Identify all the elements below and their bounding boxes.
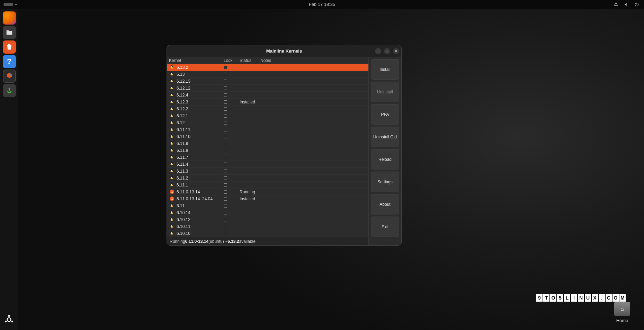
- kernel-row[interactable]: 6.13.2: [167, 64, 368, 71]
- lock-checkbox[interactable]: [224, 73, 227, 76]
- lock-checkbox[interactable]: [224, 211, 227, 214]
- dock-app-mainline[interactable]: [3, 70, 16, 83]
- lock-checkbox[interactable]: [224, 66, 227, 69]
- kernel-row[interactable]: 6.13: [167, 71, 368, 78]
- tux-icon: [170, 127, 174, 132]
- kernel-row[interactable]: 6.10.10: [167, 230, 368, 237]
- kernel-row[interactable]: 6.10.12: [167, 216, 368, 223]
- kernel-row[interactable]: 6.11.11: [167, 126, 368, 133]
- kernel-row[interactable]: 6.12.3Installed: [167, 99, 368, 106]
- lock-checkbox[interactable]: [224, 204, 227, 208]
- reload-button[interactable]: Reload: [371, 149, 399, 169]
- window-close-button[interactable]: ✕: [393, 48, 399, 54]
- kernel-row[interactable]: 6.12.13: [167, 78, 368, 85]
- header-kernel[interactable]: Kernel: [169, 58, 224, 63]
- svg-point-32: [171, 121, 172, 123]
- tux-icon: [170, 79, 174, 84]
- kernel-row[interactable]: 6.11.7: [167, 154, 368, 161]
- window-minimize-button[interactable]: ─: [375, 48, 381, 54]
- system-tray[interactable]: [614, 2, 639, 7]
- kernel-row[interactable]: 6.11.0-13.14Running: [167, 189, 368, 195]
- dock-app-firefox[interactable]: [3, 11, 16, 25]
- window-maximize-button[interactable]: ▫: [384, 48, 390, 54]
- lock-checkbox[interactable]: [224, 93, 227, 97]
- dock-app-files[interactable]: [3, 26, 16, 39]
- svg-point-17: [171, 87, 172, 88]
- dock-app-software[interactable]: [3, 40, 16, 54]
- settings-button[interactable]: Settings: [371, 172, 399, 192]
- show-apps[interactable]: [3, 314, 15, 325]
- lock-checkbox[interactable]: [224, 190, 227, 194]
- exit-button[interactable]: Exit: [371, 217, 399, 237]
- kernel-status: Installed: [240, 100, 260, 104]
- uninstall-old-button[interactable]: Uninstall Old: [371, 127, 399, 147]
- lock-checkbox[interactable]: [224, 183, 227, 187]
- tux-icon: [170, 65, 174, 70]
- kernel-row[interactable]: 6.10.11: [167, 223, 368, 230]
- kernel-row[interactable]: 6.12.12: [167, 85, 368, 92]
- watermark-char: .: [598, 294, 605, 302]
- kernel-row[interactable]: 6.11.3: [167, 168, 368, 175]
- lock-checkbox[interactable]: [224, 232, 227, 235]
- kernel-name: 6.11.4: [177, 162, 224, 167]
- desktop-icon-home[interactable]: ⌂ Home: [614, 302, 630, 323]
- activities-pill[interactable]: [3, 3, 13, 6]
- lock-checkbox[interactable]: [224, 135, 227, 138]
- top-bar: Feb 17 18:35: [0, 0, 644, 9]
- kernel-row[interactable]: 6.11.0-13.14_24.04Installed: [167, 195, 368, 202]
- kernel-row[interactable]: 6.11: [167, 202, 368, 209]
- ppa-button[interactable]: PPA: [371, 104, 399, 125]
- kernel-name: 6.11.11: [177, 127, 224, 132]
- lock-checkbox[interactable]: [224, 100, 227, 104]
- lock-checkbox[interactable]: [224, 163, 227, 166]
- header-status[interactable]: Status: [240, 58, 260, 63]
- column-headers: Kernel Lock Status Notes: [167, 57, 368, 64]
- watermark-char: U: [584, 294, 591, 302]
- lock-checkbox[interactable]: [224, 197, 227, 201]
- kernel-row[interactable]: 6.11.10: [167, 133, 368, 140]
- kernel-row[interactable]: 6.12.1: [167, 112, 368, 119]
- lock-checkbox[interactable]: [224, 169, 227, 173]
- kernel-row[interactable]: 6.10.14: [167, 209, 368, 216]
- kernel-name: 6.11.2: [177, 176, 224, 181]
- kernel-name: 6.12.13: [177, 79, 224, 84]
- kernel-row[interactable]: 6.12.2: [167, 106, 368, 112]
- svg-point-44: [171, 149, 172, 150]
- lock-checkbox[interactable]: [224, 86, 227, 90]
- lock-checkbox[interactable]: [224, 156, 227, 159]
- kernel-row[interactable]: 6.12: [167, 119, 368, 126]
- titlebar[interactable]: Mainline Kernels ─ ▫ ✕: [167, 45, 401, 57]
- tux-icon: [170, 217, 174, 222]
- lock-checkbox[interactable]: [224, 149, 227, 152]
- kernel-name: 6.11.9: [177, 141, 224, 146]
- header-notes[interactable]: Notes: [260, 58, 366, 63]
- lock-checkbox[interactable]: [224, 128, 227, 131]
- lock-checkbox[interactable]: [224, 142, 227, 145]
- tux-icon: [170, 72, 174, 77]
- dock-app-trash[interactable]: [3, 84, 16, 97]
- lock-checkbox[interactable]: [224, 176, 227, 180]
- lock-checkbox[interactable]: [224, 107, 227, 111]
- lock-checkbox[interactable]: [224, 225, 227, 228]
- watermark-char: I: [571, 294, 578, 302]
- volume-icon: [624, 2, 629, 7]
- kernel-row[interactable]: 6.11.2: [167, 175, 368, 182]
- kernel-row[interactable]: 6.11.9: [167, 140, 368, 147]
- about-button[interactable]: About: [371, 194, 399, 214]
- kernel-row[interactable]: 6.11.4: [167, 161, 368, 168]
- dock-app-help[interactable]: ?: [3, 55, 16, 68]
- install-button[interactable]: Install: [371, 59, 399, 80]
- uninstall-button[interactable]: Uninstall: [371, 82, 399, 102]
- tux-icon: [170, 99, 174, 104]
- kernel-list-pane: Kernel Lock Status Notes 6.13.26.136.12.…: [167, 57, 369, 245]
- lock-checkbox[interactable]: [224, 114, 227, 118]
- clock[interactable]: Feb 17 18:35: [309, 2, 336, 7]
- desktop-icon-label: Home: [614, 318, 630, 323]
- kernel-row[interactable]: 6.11.8: [167, 147, 368, 154]
- header-lock[interactable]: Lock: [224, 58, 240, 63]
- kernel-row[interactable]: 6.11.1: [167, 182, 368, 189]
- kernel-row[interactable]: 6.12.4: [167, 92, 368, 99]
- lock-checkbox[interactable]: [224, 80, 227, 83]
- lock-checkbox[interactable]: [224, 121, 227, 125]
- lock-checkbox[interactable]: [224, 218, 227, 221]
